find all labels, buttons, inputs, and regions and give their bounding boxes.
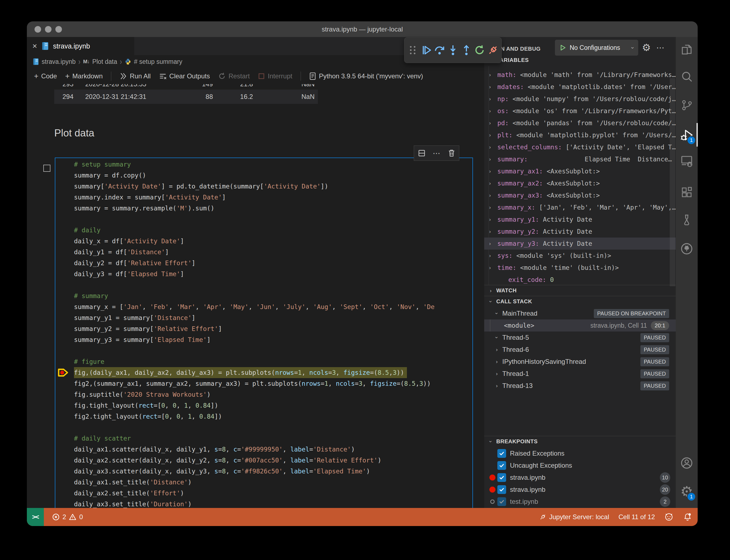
- call-stack-section-header[interactable]: › CALL STACK: [484, 296, 676, 307]
- sidebar-item-run-and-debug[interactable]: 1: [676, 122, 698, 148]
- variable-row[interactable]: ›time: <module 'time' (built-in)>: [484, 262, 676, 274]
- code-line[interactable]: [74, 279, 472, 290]
- add-markdown-cell-button[interactable]: + Markdown: [65, 72, 103, 81]
- checkbox[interactable]: [497, 485, 506, 494]
- tab-strava-ipynb[interactable]: × strava.ipynb: [27, 37, 134, 55]
- run-all-button[interactable]: Run All: [119, 72, 151, 80]
- checkbox[interactable]: [497, 449, 506, 458]
- code-line[interactable]: daily_ax1.set_title('Distance'): [74, 477, 472, 488]
- remote-indicator[interactable]: ><: [27, 508, 44, 526]
- code-line[interactable]: daily_ax1.scatter(daily_x, daily_y1, s=8…: [74, 444, 472, 455]
- checkbox[interactable]: [497, 461, 506, 470]
- sidebar-item-search[interactable]: [676, 64, 698, 89]
- sidebar-item-remote-explorer[interactable]: [676, 148, 698, 173]
- kernel-picker[interactable]: Python 3.9.5 64-bit ('myvenv': venv): [309, 72, 423, 80]
- variable-row[interactable]: ›summary_y1: Activity Date: [484, 213, 676, 225]
- variable-row[interactable]: exit_code: 0: [484, 274, 676, 285]
- variable-row[interactable]: ›np: <module 'numpy' from '/Users/roblou…: [484, 93, 676, 105]
- code-line[interactable]: summary = summary.resample('M').sum(): [74, 203, 472, 214]
- checkbox[interactable]: [497, 497, 506, 506]
- sidebar-item-explorer[interactable]: [676, 37, 698, 62]
- code-line[interactable]: summary_y3 = summary['Elapsed Time']: [74, 334, 472, 345]
- configurations-dropdown[interactable]: No Configurations ›: [555, 40, 638, 56]
- more-actions-icon[interactable]: ⋯: [433, 149, 441, 158]
- code-line[interactable]: # setup summary: [74, 159, 472, 170]
- notebook-scroll-area[interactable]: 2932020-12-28 20:15:5514921.8NaN2942020-…: [27, 84, 484, 508]
- step-into-button[interactable]: [447, 41, 459, 59]
- sidebar-item-github[interactable]: [676, 236, 698, 261]
- code-line[interactable]: fig.suptitle('2020 Strava Workouts'): [74, 389, 472, 400]
- code-line[interactable]: fig2,(summary_ax1, summary_ax2, summary_…: [74, 378, 472, 389]
- call-stack-thread[interactable]: ›MainThreadPAUSED ON BREAKPOINT: [484, 307, 676, 319]
- step-over-button[interactable]: [434, 41, 446, 59]
- breadcrumb-item-section[interactable]: Plot data: [92, 58, 117, 65]
- breakpoint-row[interactable]: Raised Exceptions: [484, 447, 676, 459]
- code-line[interactable]: daily_y1 = df['Distance']: [74, 247, 472, 258]
- breakpoint-row[interactable]: Uncaught Exceptions: [484, 459, 676, 472]
- variable-row[interactable]: ›summary_y3: Activity Date: [484, 238, 676, 250]
- call-stack-thread[interactable]: ›Thread-13PAUSED: [484, 380, 676, 392]
- watch-section-header[interactable]: › WATCH: [484, 285, 676, 296]
- call-stack-thread[interactable]: ›IPythonHistorySavingThreadPAUSED: [484, 356, 676, 368]
- step-out-button[interactable]: [460, 41, 472, 59]
- disconnect-button[interactable]: [487, 41, 499, 59]
- variables-section-header[interactable]: › VARIABLES: [484, 55, 676, 65]
- call-stack-thread[interactable]: ›Thread-6PAUSED: [484, 344, 676, 356]
- variable-row[interactable]: ›summary_ax3: <AxesSubplot:>: [484, 189, 676, 201]
- gear-icon[interactable]: ⚙: [640, 41, 652, 53]
- code-line[interactable]: [74, 345, 472, 356]
- code-line[interactable]: fig.tight_layout(rect=[0, 0, 1, 0.84]): [74, 400, 472, 411]
- clear-outputs-button[interactable]: Clear Outputs: [159, 72, 210, 80]
- restart-button[interactable]: [474, 41, 486, 59]
- drag-grip-icon[interactable]: [407, 41, 419, 59]
- breakpoint-row[interactable]: strava.ipynb10: [484, 472, 676, 484]
- code-editor[interactable]: # setup summarysummary = df.copy()summar…: [74, 159, 472, 508]
- variable-row[interactable]: ›math: <module 'math' from '/Library/Fra…: [484, 69, 676, 81]
- code-line[interactable]: [74, 422, 472, 433]
- variable-row[interactable]: ›summary_ax2: <AxesSubplot:>: [484, 177, 676, 189]
- cell-indicator[interactable]: Cell 11 of 12: [618, 513, 655, 521]
- variable-row[interactable]: ›summary_y2: Activity Date: [484, 225, 676, 238]
- code-line[interactable]: # daily: [74, 225, 472, 236]
- code-line[interactable]: summary = df.copy(): [74, 170, 472, 181]
- sidebar-item-source-control[interactable]: [676, 93, 698, 118]
- variable-row[interactable]: ›sys: <module 'sys' (built-in)>: [484, 250, 676, 262]
- continue-button[interactable]: [421, 41, 432, 59]
- notifications-button[interactable]: [683, 512, 692, 522]
- delete-cell-icon[interactable]: [448, 149, 455, 157]
- code-line[interactable]: summary['Activity Date'] = pd.to_datetim…: [74, 181, 472, 192]
- settings-gear-icon[interactable]: ⚙ 1: [676, 479, 698, 504]
- breakpoints-section-header[interactable]: › BREAKPOINTS: [484, 436, 676, 447]
- sidebar-scrollbar[interactable]: [670, 78, 675, 286]
- variable-row[interactable]: ›pd: <module 'pandas' from '/Users/roblo…: [484, 117, 676, 129]
- code-line[interactable]: daily_x = df['Activity Date']: [74, 236, 472, 247]
- feedback-button[interactable]: [664, 512, 674, 522]
- code-line[interactable]: [74, 214, 472, 225]
- variable-row[interactable]: ›selected_columns: ['Activity Date', 'El…: [484, 141, 676, 153]
- checkbox[interactable]: [497, 473, 506, 482]
- code-line[interactable]: fig2.tight_layout(rect=[0, 0, 1, 0.84]): [74, 411, 472, 422]
- cell-run-indicator-icon[interactable]: [43, 165, 50, 172]
- breadcrumb-item-file[interactable]: strava.ipynb: [42, 58, 76, 65]
- code-line[interactable]: daily_ax3.set_title('Duration'): [74, 499, 472, 508]
- code-line[interactable]: # summary: [74, 290, 472, 301]
- account-icon[interactable]: [676, 450, 698, 476]
- breakpoint-row[interactable]: strava.ipynb20: [484, 484, 676, 496]
- code-line[interactable]: # daily scatter: [74, 433, 472, 444]
- code-line[interactable]: summary_y2 = summary['Relative Effort']: [74, 323, 472, 334]
- variable-row[interactable]: ›plt: <module 'matplotlib.pyplot' from '…: [484, 129, 676, 141]
- code-line[interactable]: daily_ax2.set_title('Effort'): [74, 488, 472, 499]
- variable-row[interactable]: ›os: <module 'os' from '/Library/Framewo…: [484, 105, 676, 117]
- code-line[interactable]: daily_ax2.scatter(daily_x, daily_y2, s=8…: [74, 455, 472, 466]
- call-stack-thread[interactable]: ›Thread-1PAUSED: [484, 368, 676, 380]
- code-line[interactable]: summary.index = summary['Activity Date']: [74, 192, 472, 203]
- code-line[interactable]: summary_y1 = summary['Distance']: [74, 312, 472, 323]
- variable-row[interactable]: ›summary_x: ['Jan', 'Feb', 'Mar', 'Apr',…: [484, 201, 676, 213]
- code-cell[interactable]: # setup summarysummary = df.copy()summar…: [55, 158, 473, 508]
- call-stack-thread[interactable]: ›Thread-5PAUSED: [484, 332, 676, 344]
- more-actions-icon[interactable]: ⋯: [655, 41, 667, 53]
- interrupt-kernel-button[interactable]: Interrupt: [258, 72, 292, 80]
- add-code-cell-button[interactable]: + Code: [34, 72, 57, 81]
- call-stack-frame[interactable]: <module>strava.ipynb, Cell 1120:1: [484, 319, 676, 332]
- restart-kernel-button[interactable]: Restart: [218, 72, 250, 80]
